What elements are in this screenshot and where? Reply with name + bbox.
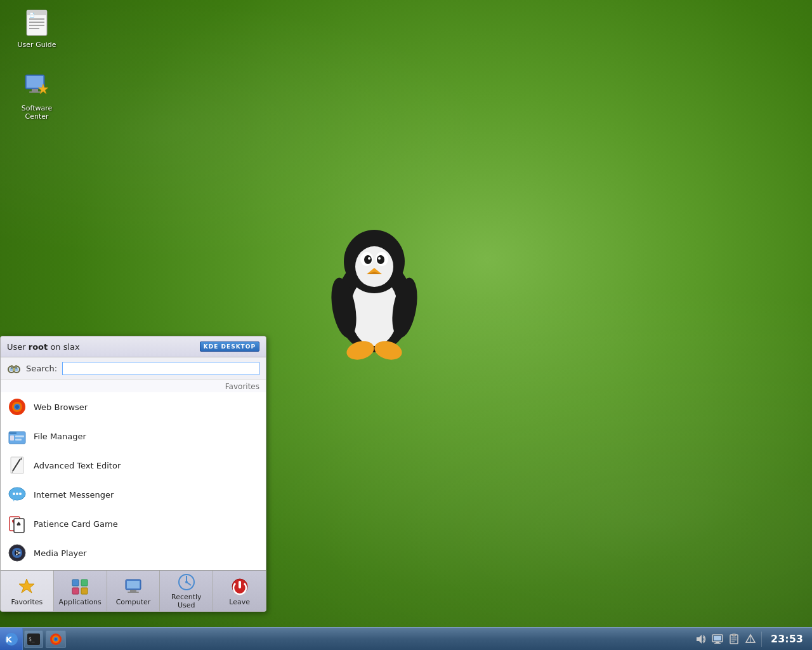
menu-item-media-player[interactable]: Media Player (1, 538, 266, 567)
svg-point-15 (355, 246, 393, 287)
internet-messenger-icon (7, 484, 27, 505)
svg-point-38 (15, 405, 19, 409)
menu-item-internet-messenger[interactable]: Internet Messenger (1, 480, 266, 509)
menu-item-file-manager[interactable]: File Manager (1, 421, 266, 451)
internet-messenger-label: Internet Messenger (34, 490, 114, 500)
tab-leave[interactable]: Leave (213, 571, 266, 611)
tab-recently-used-label: Recently Used (162, 593, 210, 609)
tab-favorites[interactable]: Favorites (1, 571, 54, 611)
menu-header: User root on slax KDE DESKTOP (1, 336, 266, 357)
media-player-icon (7, 543, 27, 563)
search-label: Search: (26, 364, 57, 373)
web-browser-label: Web Browser (34, 402, 88, 412)
svg-point-21 (378, 257, 381, 260)
svg-rect-72 (81, 580, 88, 586)
svg-rect-43 (15, 439, 22, 441)
patience-card-game-label: Patience Card Game (34, 519, 118, 529)
svg-rect-96 (716, 642, 719, 643)
kde-start-button[interactable]: K (0, 628, 23, 651)
recently-used-tab-icon (176, 573, 197, 592)
svg-rect-99 (732, 634, 736, 636)
application-menu: User root on slax KDE DESKTOP Search: (0, 336, 266, 612)
leave-tab-icon (230, 576, 250, 597)
text-editor-label: Advanced Text Editor (34, 461, 121, 470)
svg-point-20 (377, 255, 384, 264)
svg-point-33 (10, 368, 13, 371)
svg-rect-42 (15, 435, 24, 437)
web-browser-icon (7, 397, 27, 417)
userguide-icon: 📄 (22, 8, 52, 38)
tab-recently-used[interactable]: Recently Used (160, 571, 213, 611)
svg-rect-40 (9, 432, 16, 434)
desktop: 📄 User Guide Software Center (0, 0, 812, 650)
svg-rect-84 (239, 581, 241, 588)
svg-point-51 (13, 493, 15, 495)
menu-user-info: User root on slax (7, 342, 80, 352)
patience-card-game-icon: ♥ ♠ (7, 514, 27, 534)
file-manager-label: File Manager (34, 432, 86, 441)
svg-rect-71 (72, 580, 79, 586)
svg-text:$_: $_ (29, 637, 35, 642)
tab-applications-label: Applications (59, 598, 102, 606)
applications-tab-icon (70, 576, 90, 597)
taskbar-clock: 23:53 (766, 633, 808, 645)
svg-rect-73 (72, 588, 79, 594)
menu-username: root (29, 342, 48, 352)
menu-hostname: slax (63, 342, 80, 352)
media-player-label: Media Player (34, 548, 87, 558)
svg-text:♠: ♠ (16, 521, 22, 527)
softwarecenter-icon (22, 71, 52, 102)
svg-rect-95 (714, 636, 721, 640)
binoculars-icon (7, 361, 21, 375)
svg-text:📄: 📄 (29, 12, 35, 18)
svg-rect-97 (714, 643, 721, 644)
menu-items-list: Web Browser File Manager (1, 392, 266, 570)
volume-icon[interactable] (694, 632, 708, 646)
penguin-mascot (311, 222, 438, 362)
menu-item-text-editor[interactable]: Advanced Text Editor (1, 451, 266, 480)
search-input[interactable] (62, 362, 259, 375)
taskbar-tray: 23:53 (694, 632, 812, 647)
svg-point-34 (15, 368, 18, 371)
computer-tab-icon (123, 576, 143, 597)
desktop-icon-softwarecenter[interactable]: Software Center (11, 69, 62, 123)
menu-item-patience-card-game[interactable]: ♥ ♠ Patience Card Game (1, 509, 266, 538)
svg-point-52 (16, 493, 18, 495)
svg-rect-77 (130, 590, 136, 592)
tab-leave-label: Leave (229, 598, 250, 606)
menu-item-web-browser[interactable]: Web Browser (1, 392, 266, 421)
svg-marker-70 (19, 579, 34, 593)
favorites-label: Favorites (1, 380, 266, 392)
svg-point-17 (364, 255, 372, 264)
svg-rect-8 (27, 76, 43, 88)
svg-point-62 (16, 552, 18, 554)
screen-tray-icon[interactable] (710, 632, 724, 646)
svg-point-82 (185, 581, 188, 583)
svg-text:K: K (6, 635, 13, 644)
menu-tabs: Favorites Applications (1, 570, 266, 611)
svg-point-18 (368, 257, 370, 260)
network-tray-icon[interactable] (743, 632, 757, 646)
terminal-button[interactable]: $_ (24, 630, 43, 648)
tray-separator (761, 632, 762, 647)
svg-rect-74 (81, 588, 88, 594)
desktop-icon-userguide[interactable]: 📄 User Guide (11, 5, 62, 51)
menu-search-bar: Search: (1, 357, 266, 380)
kde-badge: KDE DESKTOP (200, 342, 259, 352)
tab-computer[interactable]: Computer (107, 571, 160, 611)
firefox-taskbar-button[interactable] (46, 630, 66, 648)
text-editor-icon (7, 455, 27, 475)
softwarecenter-label: Software Center (14, 104, 60, 121)
tab-computer-label: Computer (116, 598, 151, 606)
svg-point-92 (55, 638, 57, 640)
favorites-tab-icon (16, 576, 37, 597)
svg-rect-10 (29, 91, 41, 93)
svg-rect-41 (10, 435, 14, 441)
tab-favorites-label: Favorites (11, 598, 43, 606)
svg-rect-9 (32, 89, 38, 91)
tab-applications[interactable]: Applications (54, 571, 107, 611)
clipboard-tray-icon[interactable] (727, 632, 741, 646)
svg-rect-78 (128, 592, 139, 593)
taskbar: K $_ (0, 627, 812, 650)
svg-marker-93 (697, 635, 702, 644)
